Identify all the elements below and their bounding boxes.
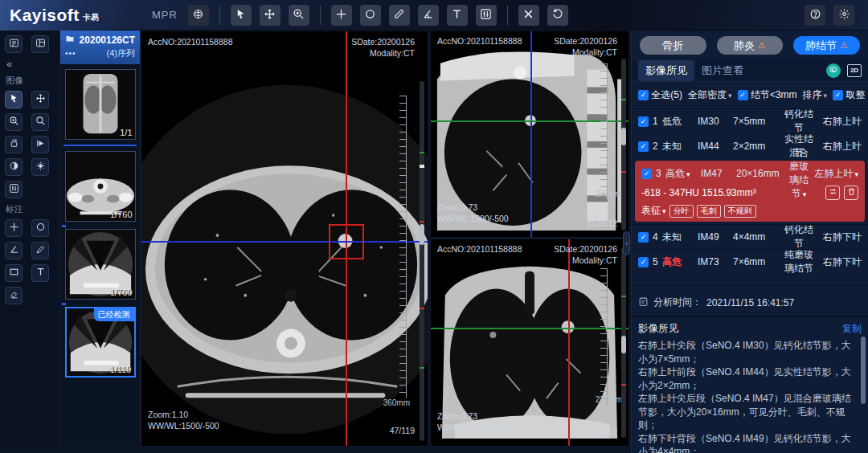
nodule-row-4[interactable]: ✓4 未知 IM49 4×4mm 钙化结节 右肺下叶 <box>632 224 868 249</box>
filter-sort-dropdown[interactable]: 排序▾ <box>803 88 828 102</box>
levels-icon <box>480 8 492 22</box>
filter-density-dropdown[interactable]: 全部密度▾ <box>688 88 732 102</box>
annot-text-button[interactable] <box>31 264 49 282</box>
crosshair-tool-button[interactable] <box>331 5 352 26</box>
sidebar-magnifier-button[interactable] <box>31 113 49 131</box>
annot-crosshair-button[interactable] <box>5 219 23 237</box>
nodule-list: ✓1 低危 IM30 7×5mm 钙化结节 右肺上叶 ✓2 未知 IM44 2×… <box>632 108 868 274</box>
close-annotation-button[interactable] <box>518 5 539 26</box>
annot-ellipse-button[interactable] <box>31 219 49 237</box>
nodule-row-3-selected[interactable]: ✓3 高危▾ IM47 20×16mm 混合磨玻璃结节▾ 左肺上叶▾ -618 … <box>635 161 865 222</box>
sidebar-pan-button[interactable] <box>31 91 49 108</box>
series-thumbnail-3[interactable]: 1/760 <box>65 229 136 300</box>
annot-rectangle-button[interactable] <box>5 264 23 282</box>
viewport-sagittal[interactable]: 270mm AccNO:202101158888 SDate:20200126 … <box>430 31 629 238</box>
move-icon <box>35 93 46 106</box>
text-tool-button[interactable] <box>447 5 468 26</box>
window-levels-button[interactable] <box>476 5 497 26</box>
report-card-button[interactable] <box>826 63 841 78</box>
slice-scrollbar[interactable] <box>621 247 626 438</box>
coronal-ct-image <box>431 239 628 446</box>
settings-button[interactable] <box>833 5 854 26</box>
scrollbar-thumb[interactable] <box>420 224 424 245</box>
filter-round[interactable]: ✓ 取整 <box>833 88 865 102</box>
series-menu-icon[interactable]: ••• <box>65 49 76 58</box>
nodule-hu-volume: -618 - 347HU 1515.93mm³ <box>641 187 756 198</box>
detected-badge: 已经检测 <box>94 308 134 321</box>
copy-findings-button[interactable]: 复制 <box>842 322 862 336</box>
panel-collapse-handle[interactable]: › <box>623 231 630 255</box>
slice-scrollbar[interactable] <box>621 59 626 231</box>
nodule-risk: 低危 <box>662 115 698 129</box>
mpr-3d-button[interactable] <box>188 5 209 26</box>
nodule-location-dropdown[interactable]: 左肺上叶▾ <box>810 167 858 181</box>
2d-toggle-button[interactable]: 2D <box>847 64 862 77</box>
nodule-index: 1 <box>653 116 658 127</box>
caret-down-icon: ▾ <box>686 170 690 178</box>
series-header[interactable]: 20200126CT ••• (4)序列 <box>60 31 140 64</box>
ellipse-tool-button[interactable] <box>360 5 381 26</box>
angle-tool-button[interactable] <box>418 5 439 26</box>
slice-scrollbar[interactable] <box>420 81 424 441</box>
annot-pencil-button[interactable] <box>31 242 49 259</box>
tab-lung-nodule[interactable]: 肺结节 ⚠ <box>793 36 860 55</box>
nodule-marker-green <box>420 152 424 153</box>
levels-icon <box>9 183 19 196</box>
scrollbar-thumb[interactable] <box>621 128 626 145</box>
series-thumbnail-4-selected[interactable]: 已经检测 1/119 <box>65 307 136 378</box>
pan-tool-button[interactable] <box>260 5 280 26</box>
checkbox-checked[interactable]: ✓ <box>833 90 843 100</box>
nodule-image-no: IM73 <box>698 256 733 267</box>
series-tick <box>62 303 66 305</box>
ruler-tool-button[interactable] <box>389 5 410 26</box>
checkbox-checked[interactable]: ✓ <box>738 90 748 100</box>
thumbnail-list-button[interactable] <box>5 35 23 53</box>
sidebar-cursor-button[interactable] <box>5 91 23 108</box>
nodule-row-1[interactable]: ✓1 低危 IM30 7×5mm 钙化结节 右肺上叶 <box>632 108 868 133</box>
checkbox-checked[interactable]: ✓ <box>638 232 649 243</box>
sidebar-levels-button[interactable] <box>5 181 23 198</box>
nodule-type-dropdown[interactable]: 混合磨玻璃结节▾ <box>788 146 810 201</box>
zoom-tool-button[interactable] <box>289 5 309 26</box>
rotate-image-icon <box>9 138 19 151</box>
checkbox-checked[interactable]: ✓ <box>638 116 649 127</box>
filter-select-all[interactable]: ✓ 全选(5) <box>638 88 682 102</box>
nodule-risk-dropdown[interactable]: 高危▾ <box>665 167 701 181</box>
checkbox-checked[interactable]: ✓ <box>638 141 649 152</box>
checkbox-checked[interactable]: ✓ <box>638 90 649 100</box>
sidebar-zoom-in-button[interactable] <box>5 113 23 131</box>
sidebar-rotate-button[interactable] <box>5 136 23 153</box>
findings-scrollbar[interactable] <box>861 337 866 404</box>
sidebar-contrast-button[interactable] <box>5 158 23 176</box>
nodule-row-5[interactable]: ✓5 高危 IM73 7×6mm 纯磨玻璃结节 右肺下叶 <box>632 249 868 274</box>
delete-nodule-button[interactable] <box>844 186 858 200</box>
checkbox-checked[interactable]: ✓ <box>641 169 652 179</box>
help-button[interactable] <box>805 5 825 26</box>
annot-eraser-button[interactable] <box>5 287 23 304</box>
nodule-row-2[interactable]: ✓2 未知 IM44 2×2mm 实性结节 右肺上叶 <box>632 133 868 158</box>
tab-image-view[interactable]: 图片查看 <box>694 60 751 81</box>
tab-pneumonia[interactable]: 肺炎 ⚠ <box>717 36 784 55</box>
tab-fracture[interactable]: 骨折 <box>640 36 706 55</box>
layout-button[interactable] <box>31 35 49 53</box>
thumbnail-counter: 1/119 <box>110 365 132 374</box>
scrollbar-thumb[interactable] <box>621 336 626 353</box>
series-thumbnail-2[interactable]: 1/760 <box>65 151 136 222</box>
features-dropdown[interactable]: 表征▾ <box>641 204 666 218</box>
caret-down-icon: ▾ <box>728 92 732 100</box>
tab-findings[interactable]: 影像所见 <box>638 60 694 81</box>
feature-tag: 不规则 <box>724 205 756 218</box>
cursor-tool-button[interactable] <box>231 5 252 26</box>
viewport-axial[interactable]: 360mm AccNO:202101158888 SDate:20200126 … <box>141 31 428 447</box>
sidebar-flip-button[interactable] <box>31 136 49 153</box>
checkbox-checked[interactable]: ✓ <box>638 257 649 267</box>
reset-button[interactable] <box>547 5 568 26</box>
series-thumbnail-scout[interactable]: 1/1 <box>65 69 136 140</box>
viewport-coronal[interactable]: 270mm AccNO:202101158888 SDate:20200126 … <box>430 239 629 447</box>
warning-icon: ⚠ <box>840 41 848 50</box>
annot-angle-button[interactable] <box>5 242 23 259</box>
sidebar-brightness-button[interactable] <box>31 158 49 176</box>
relocate-button[interactable] <box>825 186 840 200</box>
filter-small-nodule[interactable]: ✓ 结节<3mm <box>738 88 797 102</box>
collapse-sidebar-button[interactable]: « <box>6 58 59 70</box>
